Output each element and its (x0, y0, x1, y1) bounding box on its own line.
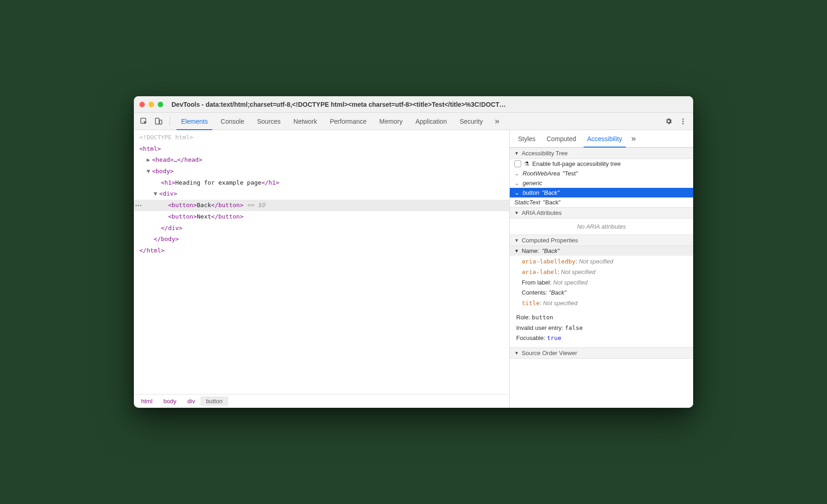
chevron-down-icon: ▼ (514, 210, 519, 215)
dom-body-close[interactable]: </body> (134, 234, 509, 245)
dom-h1[interactable]: <h1>Heading for example page</h1> (134, 177, 509, 189)
main-toolbar: Elements Console Sources Network Perform… (134, 113, 693, 130)
dom-div-open[interactable]: ▼<div> (134, 188, 509, 200)
tab-memory[interactable]: Memory (373, 113, 409, 130)
name-label: Name: (522, 247, 539, 254)
ax-node-root[interactable]: ⌄RootWebArea "Test" (510, 169, 693, 178)
dom-div-close[interactable]: </div> (134, 223, 509, 234)
kebab-menu-icon[interactable] (677, 115, 689, 128)
dom-tree[interactable]: <!DOCTYPE html> <html> ▶<head>…</head> ▼… (134, 130, 509, 394)
ax-tree-body: ⚗ Enable full-page accessibility tree ⌄R… (510, 159, 693, 207)
ax-enable-fullpage[interactable]: ⚗ Enable full-page accessibility tree (510, 159, 693, 169)
minimize-icon[interactable] (149, 102, 154, 107)
more-side-tabs-icon[interactable]: » (628, 134, 640, 143)
ax-enable-label: Enable full-page accessibility tree (532, 160, 621, 167)
ax-node-button[interactable]: ⌄button "Back" (510, 188, 693, 197)
titlebar: DevTools - data:text/html;charset=utf-8,… (134, 96, 693, 113)
dom-html-close[interactable]: </html> (134, 245, 509, 257)
side-tab-styles[interactable]: Styles (513, 130, 541, 147)
chevron-down-icon: ▼ (514, 248, 519, 253)
crumb-button[interactable]: button (200, 396, 228, 406)
dom-button-next[interactable]: <button>Next</button> (134, 211, 509, 223)
maximize-icon[interactable] (158, 102, 163, 107)
aria-header[interactable]: ▼ ARIA Attributes (510, 207, 693, 219)
name-value: "Back" (542, 247, 559, 254)
breadcrumb: html body div button (134, 394, 509, 408)
inspect-element-icon[interactable] (138, 115, 150, 128)
side-tab-computed[interactable]: Computed (541, 130, 582, 147)
more-tabs-icon[interactable]: » (491, 116, 503, 126)
aria-body: No ARIA attributes (510, 219, 693, 235)
side-panel: Styles Computed Accessibility » ▼ Access… (510, 130, 693, 408)
aria-empty: No ARIA attributes (510, 219, 693, 235)
devtools-window: DevTools - data:text/html;charset=utf-8,… (134, 96, 693, 408)
svg-rect-1 (155, 118, 159, 124)
tab-sources[interactable]: Sources (251, 113, 287, 130)
device-toolbar-icon[interactable] (152, 115, 165, 128)
dom-html-open[interactable]: <html> (134, 143, 509, 155)
name-sources: aria-labelledby: Not specified aria-labe… (510, 256, 693, 312)
crumb-body[interactable]: body (158, 396, 182, 406)
name-row[interactable]: ▼ Name: "Back" (510, 246, 693, 256)
chevron-down-icon: ▼ (514, 238, 519, 243)
checkbox-icon[interactable] (514, 160, 521, 167)
tab-performance[interactable]: Performance (323, 113, 373, 130)
crumb-div[interactable]: div (182, 396, 201, 406)
chevron-down-icon: ▼ (514, 351, 519, 356)
side-tabs: Styles Computed Accessibility » (510, 130, 693, 148)
svg-point-3 (683, 118, 684, 120)
dom-doctype[interactable]: <!DOCTYPE html> (134, 132, 509, 143)
computed-props-body: ▼ Name: "Back" aria-labelledby: Not spec… (510, 246, 693, 347)
dom-button-back[interactable]: <button>Back</button> == $0 (134, 200, 509, 211)
settings-icon[interactable] (662, 115, 675, 128)
close-icon[interactable] (139, 102, 145, 107)
tab-network[interactable]: Network (287, 113, 323, 130)
content-area: <!DOCTYPE html> <html> ▶<head>…</head> ▼… (134, 130, 693, 408)
main-tabs: Elements Console Sources Network Perform… (175, 113, 489, 130)
svg-point-4 (683, 121, 684, 122)
svg-rect-2 (160, 120, 162, 124)
ax-node-statictext[interactable]: StaticText "Back" (510, 197, 693, 207)
computed-props-label: Computed Properties (522, 237, 578, 244)
ax-node-generic[interactable]: ⌄generic (510, 178, 693, 188)
tab-console[interactable]: Console (214, 113, 250, 130)
separator (170, 116, 170, 126)
flask-icon: ⚗ (524, 160, 529, 167)
ax-tree-header[interactable]: ▼ Accessibility Tree (510, 148, 693, 159)
tab-security[interactable]: Security (453, 113, 490, 130)
svg-point-5 (683, 123, 684, 124)
tab-elements[interactable]: Elements (175, 113, 214, 130)
aria-header-label: ARIA Attributes (522, 209, 562, 216)
crumb-html[interactable]: html (136, 396, 158, 406)
computed-props-header[interactable]: ▼ Computed Properties (510, 235, 693, 246)
tab-application[interactable]: Application (409, 113, 453, 130)
source-order-header[interactable]: ▼ Source Order Viewer (510, 347, 693, 359)
window-title: DevTools - data:text/html;charset=utf-8,… (171, 101, 688, 108)
dom-head[interactable]: ▶<head>…</head> (134, 154, 509, 166)
ax-tree-header-label: Accessibility Tree (522, 150, 568, 157)
elements-panel: <!DOCTYPE html> <html> ▶<head>…</head> ▼… (134, 130, 510, 408)
source-order-label: Source Order Viewer (522, 350, 577, 356)
dom-body-open[interactable]: ▼<body> (134, 166, 509, 177)
chevron-down-icon: ▼ (514, 151, 519, 156)
computed-other: Role: button Invalid user entry: false F… (510, 312, 693, 347)
side-tab-accessibility[interactable]: Accessibility (582, 130, 628, 147)
traffic-lights (139, 102, 163, 107)
